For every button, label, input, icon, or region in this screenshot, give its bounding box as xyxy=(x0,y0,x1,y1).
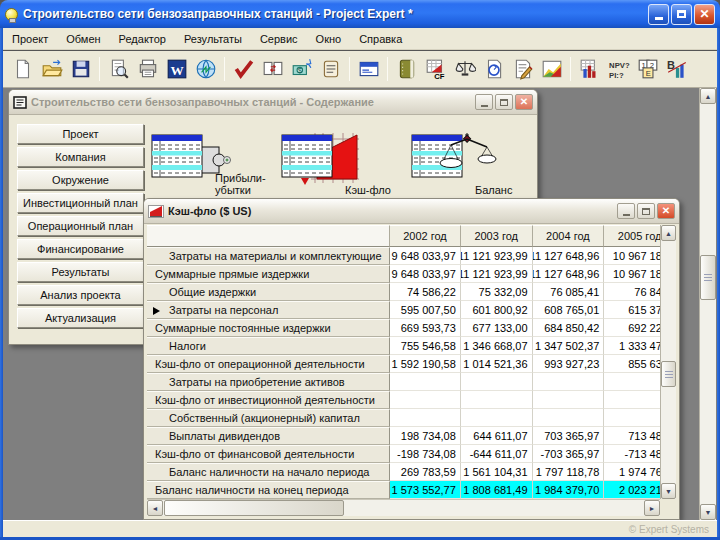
cell-r11-c2[interactable]: -703 365,97 xyxy=(533,445,605,463)
save-icon[interactable] xyxy=(67,56,94,83)
row-label[interactable]: Суммарные постоянные издержки xyxy=(147,319,390,337)
cell-r4-c2[interactable]: 684 850,42 xyxy=(533,319,605,337)
new-project-icon[interactable] xyxy=(9,56,36,83)
open-project-icon[interactable] xyxy=(38,56,65,83)
cell-r2-c2[interactable]: 76 085,41 xyxy=(533,283,605,301)
row-label[interactable]: Кэш-фло от финансовой деятельности xyxy=(147,445,390,463)
print-icon[interactable] xyxy=(134,56,161,83)
cell-r13-c0[interactable]: 1 573 552,77 xyxy=(390,481,461,499)
web-publish-icon[interactable] xyxy=(192,56,219,83)
menu-item-2[interactable]: Редактор xyxy=(110,30,175,48)
shortcut-cash-flow[interactable]: Кэш-фло xyxy=(281,131,403,197)
scroll-thumb[interactable] xyxy=(164,500,344,516)
cell-r11-c1[interactable]: -644 611,07 xyxy=(461,445,533,463)
breakeven-icon[interactable]: B xyxy=(663,56,690,83)
what-if-icon[interactable]: 12E xyxy=(634,56,661,83)
minimize-button[interactable] xyxy=(648,4,669,25)
cell-r10-c1[interactable]: 644 611,07 xyxy=(461,427,533,445)
row-label[interactable]: Собственный (акционерный) капитал xyxy=(147,409,390,427)
cell-r0-c1[interactable]: 11 121 923,99 xyxy=(461,247,533,265)
currency-transfer-icon[interactable]: $ xyxy=(288,56,315,83)
row-label[interactable]: Кэш-фло от операционной деятельности xyxy=(147,355,390,373)
sidebar-item-4[interactable]: Операционный план xyxy=(17,216,144,236)
cell-r9-c0[interactable] xyxy=(390,409,461,427)
column-header-1[interactable]: 2003 год xyxy=(461,225,533,247)
cell-r3-c1[interactable]: 601 800,92 xyxy=(461,301,533,319)
edit-report-icon[interactable] xyxy=(509,56,536,83)
cell-r6-c2[interactable]: 993 927,23 xyxy=(533,355,605,373)
menu-item-5[interactable]: Окно xyxy=(307,30,351,48)
cell-r13-c2[interactable]: 1 984 379,70 xyxy=(533,481,605,499)
column-header-0[interactable]: 2002 год xyxy=(390,225,461,247)
cell-r8-c2[interactable] xyxy=(533,391,605,409)
cell-r12-c1[interactable]: 1 561 104,31 xyxy=(461,463,533,481)
menu-item-3[interactable]: Результаты xyxy=(175,30,251,48)
workspace-vertical-scrollbar[interactable]: ▲ ▼ xyxy=(699,88,716,520)
row-label[interactable]: Затраты на персонал xyxy=(147,301,390,319)
cell-r3-c2[interactable]: 608 765,01 xyxy=(533,301,605,319)
contents-close-button[interactable]: ✕ xyxy=(515,94,533,110)
row-label[interactable]: Затраты на материалы и комплектующие xyxy=(147,247,390,265)
scroll-down-button[interactable]: ▼ xyxy=(700,504,716,520)
print-preview-icon[interactable] xyxy=(105,56,132,83)
cell-r9-c2[interactable] xyxy=(533,409,605,427)
column-header-2[interactable]: 2004 год xyxy=(533,225,605,247)
cell-r1-c2[interactable]: 11 127 648,96 xyxy=(533,265,605,283)
notebook-icon[interactable] xyxy=(393,56,420,83)
cashflow-close-button[interactable]: ✕ xyxy=(657,203,675,219)
balance-scales-icon[interactable] xyxy=(451,56,478,83)
npv-indicators-icon[interactable]: NPV?PI:? xyxy=(605,56,632,83)
exchange-icon[interactable] xyxy=(259,56,286,83)
shortcut-profit-loss[interactable]: Прибыли-убытки xyxy=(151,131,273,197)
scroll-left-button[interactable]: ◄ xyxy=(147,500,163,516)
cell-r5-c2[interactable]: 1 347 502,37 xyxy=(533,337,605,355)
cell-r1-c0[interactable]: 9 648 033,97 xyxy=(390,265,461,283)
menu-item-6[interactable]: Справка xyxy=(350,30,411,48)
contents-maximize-button[interactable] xyxy=(495,94,513,110)
cell-r4-c1[interactable]: 677 133,00 xyxy=(461,319,533,337)
row-label[interactable]: Кэш-фло от инвестиционной деятельности xyxy=(147,391,390,409)
row-label[interactable]: Затраты на приобретение активов xyxy=(147,373,390,391)
cell-r5-c0[interactable]: 755 546,58 xyxy=(390,337,461,355)
cell-r8-c0[interactable] xyxy=(390,391,461,409)
detail-bars-icon[interactable] xyxy=(576,56,603,83)
cashflow-maximize-button[interactable] xyxy=(637,203,655,219)
sidebar-item-3[interactable]: Инвестиционный план xyxy=(17,193,144,213)
row-label[interactable]: Выплаты дивидендов xyxy=(147,427,390,445)
check-data-icon[interactable] xyxy=(230,56,257,83)
sidebar-item-8[interactable]: Актуализация xyxy=(17,308,144,328)
row-label[interactable]: Суммарные прямые издержки xyxy=(147,265,390,283)
cell-r7-c1[interactable] xyxy=(461,373,533,391)
cell-r12-c0[interactable]: 269 783,59 xyxy=(390,463,461,481)
cell-r12-c2[interactable]: 1 797 118,78 xyxy=(533,463,605,481)
cell-r4-c0[interactable]: 669 593,73 xyxy=(390,319,461,337)
contents-minimize-button[interactable] xyxy=(475,94,493,110)
cell-r9-c1[interactable] xyxy=(461,409,533,427)
cell-r5-c1[interactable]: 1 346 668,07 xyxy=(461,337,533,355)
cell-r10-c2[interactable]: 703 365,97 xyxy=(533,427,605,445)
menu-item-1[interactable]: Обмен xyxy=(57,30,109,48)
menu-item-4[interactable]: Сервис xyxy=(251,30,307,48)
row-label[interactable]: Баланс наличности на конец периода xyxy=(147,481,390,499)
notes-icon[interactable] xyxy=(317,56,344,83)
sidebar-item-1[interactable]: Компания xyxy=(17,147,144,167)
cell-r6-c1[interactable]: 1 014 521,36 xyxy=(461,355,533,373)
cell-r3-c0[interactable]: 595 007,50 xyxy=(390,301,461,319)
chart-icon[interactable] xyxy=(538,56,565,83)
close-button[interactable]: ✕ xyxy=(694,4,715,25)
cell-r13-c1[interactable]: 1 808 681,49 xyxy=(461,481,533,499)
scroll-right-button[interactable]: ► xyxy=(644,500,660,516)
cell-r1-c1[interactable]: 11 121 923,99 xyxy=(461,265,533,283)
cell-r11-c0[interactable]: -198 734,08 xyxy=(390,445,461,463)
shortcut-balance[interactable]: Баланс xyxy=(411,131,533,197)
cell-r7-c2[interactable] xyxy=(533,373,605,391)
scroll-thumb[interactable] xyxy=(700,255,716,300)
sidebar-item-6[interactable]: Результаты xyxy=(17,262,144,282)
scroll-up-button[interactable]: ▲ xyxy=(700,88,716,104)
maximize-button[interactable] xyxy=(671,4,692,25)
dialog-list-icon[interactable] xyxy=(355,56,382,83)
sidebar-item-2[interactable]: Окружение xyxy=(17,170,144,190)
cashflow-table-icon[interactable]: CF xyxy=(422,56,449,83)
row-label[interactable]: Общие издержки xyxy=(147,283,390,301)
cell-r10-c0[interactable]: 198 734,08 xyxy=(390,427,461,445)
